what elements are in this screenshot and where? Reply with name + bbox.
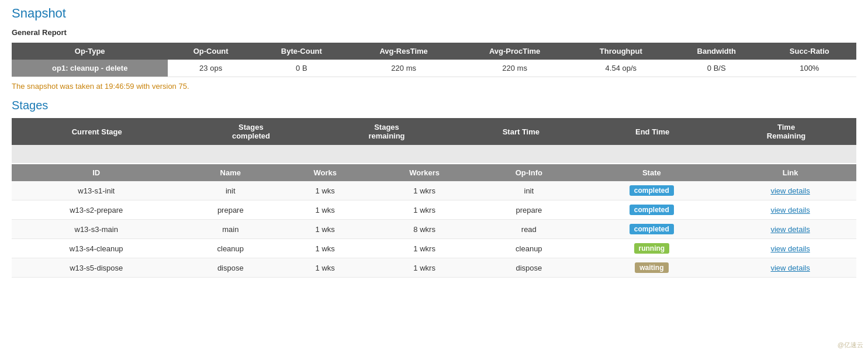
view-details-link[interactable]: view details <box>770 264 810 272</box>
cell-state: completed <box>579 220 725 239</box>
cell-name: main <box>181 220 280 239</box>
col-header-bandwidth: Bandwidth <box>670 43 763 60</box>
cell-link[interactable]: view details <box>724 181 856 200</box>
cell-workers: 1 wkrs <box>370 258 479 278</box>
cell-works: 1 wks <box>280 181 370 200</box>
cell-state: completed <box>579 200 725 220</box>
view-details-link[interactable]: view details <box>770 244 810 253</box>
cell-succratio: 100% <box>763 60 856 77</box>
view-details-link[interactable]: view details <box>770 225 810 234</box>
cell-link[interactable]: view details <box>724 200 856 220</box>
stages-top-table: Current Stage Stagescompleted Stagesrema… <box>12 118 856 163</box>
table-row: op1: cleanup - delete 23 ops 0 B 220 ms … <box>12 60 856 77</box>
cell-works: 1 wks <box>280 258 370 278</box>
state-badge: completed <box>630 185 674 196</box>
cell-opcount: 23 ops <box>168 60 253 77</box>
cell-bytecount: 0 B <box>254 60 350 77</box>
table-row: w13-s3-main main 1 wks 8 wkrs read compl… <box>12 220 856 239</box>
cell-bandwidth: 0 B/S <box>670 60 763 77</box>
col-header-avgproctime: Avg-ProcTime <box>458 43 571 60</box>
cell-link[interactable]: view details <box>724 239 856 258</box>
table-row: w13-s1-init init 1 wks 1 wkrs init compl… <box>12 181 856 200</box>
stages-detail-table: ID Name Works Workers Op-Info State Link… <box>12 164 856 278</box>
stages-heading: Stages <box>12 99 856 112</box>
cell-state: completed <box>579 181 725 200</box>
cell-id: w13-s2-prepare <box>12 200 181 220</box>
cell-name: cleanup <box>181 239 280 258</box>
cell-throughput: 4.54 op/s <box>572 60 670 77</box>
general-report-heading: General Report <box>12 28 856 37</box>
view-details-link[interactable]: view details <box>770 186 810 195</box>
stages-top-current <box>12 145 182 163</box>
detail-col-state: State <box>579 164 725 181</box>
general-report-table: Op-Type Op-Count Byte-Count Avg-ResTime … <box>12 43 856 77</box>
cell-workers: 1 wkrs <box>370 181 479 200</box>
stages-top-row <box>12 145 856 163</box>
col-header-optype: Op-Type <box>12 43 168 60</box>
detail-col-works: Works <box>280 164 370 181</box>
cell-opinfo: cleanup <box>479 239 579 258</box>
cell-id: w13-s4-cleanup <box>12 239 181 258</box>
stages-col-current: Current Stage <box>12 118 182 145</box>
state-badge: waiting <box>635 262 668 273</box>
stages-top-starttime <box>454 145 589 163</box>
detail-col-name: Name <box>181 164 280 181</box>
table-row: w13-s4-cleanup cleanup 1 wks 1 wkrs clea… <box>12 239 856 258</box>
view-details-link[interactable]: view details <box>770 206 810 214</box>
cell-state: running <box>579 239 725 258</box>
col-header-throughput: Throughput <box>572 43 670 60</box>
stages-col-timeremaining: TimeRemaining <box>716 118 856 145</box>
table-row: w13-s2-prepare prepare 1 wks 1 wkrs prep… <box>12 200 856 220</box>
state-badge: completed <box>630 224 674 234</box>
col-header-avgrestime: Avg-ResTime <box>350 43 458 60</box>
cell-avgrestime: 220 ms <box>350 60 458 77</box>
stages-col-starttime: Start Time <box>454 118 589 145</box>
cell-optype: op1: cleanup - delete <box>12 60 168 77</box>
cell-works: 1 wks <box>280 220 370 239</box>
cell-id: w13-s1-init <box>12 181 181 200</box>
cell-link[interactable]: view details <box>724 258 856 278</box>
cell-opinfo: read <box>479 220 579 239</box>
detail-col-link: Link <box>724 164 856 181</box>
col-header-opcount: Op-Count <box>168 43 253 60</box>
cell-opinfo: dispose <box>479 258 579 278</box>
cell-name: init <box>181 181 280 200</box>
cell-name: dispose <box>181 258 280 278</box>
state-badge: running <box>634 243 670 254</box>
detail-col-opinfo: Op-Info <box>479 164 579 181</box>
table-row: w13-s5-dispose dispose 1 wks 1 wkrs disp… <box>12 258 856 278</box>
cell-opinfo: prepare <box>479 200 579 220</box>
page-title: Snapshot <box>12 6 856 21</box>
stages-top-endtime <box>589 145 716 163</box>
stages-col-completed: Stagescompleted <box>182 118 320 145</box>
cell-works: 1 wks <box>280 200 370 220</box>
cell-name: prepare <box>181 200 280 220</box>
col-header-succratio: Succ-Ratio <box>763 43 856 60</box>
cell-workers: 1 wkrs <box>370 200 479 220</box>
state-badge: completed <box>630 205 674 215</box>
stages-top-completed <box>182 145 320 163</box>
cell-link[interactable]: view details <box>724 220 856 239</box>
detail-col-workers: Workers <box>370 164 479 181</box>
cell-workers: 1 wkrs <box>370 239 479 258</box>
stages-top-timeremaining <box>716 145 856 163</box>
snapshot-note: The snapshot was taken at 19:46:59 with … <box>12 82 856 91</box>
stages-col-endtime: End Time <box>589 118 716 145</box>
cell-workers: 8 wkrs <box>370 220 479 239</box>
detail-col-id: ID <box>12 164 181 181</box>
stages-col-remaining: Stagesremaining <box>320 118 453 145</box>
cell-works: 1 wks <box>280 239 370 258</box>
stages-top-remaining <box>320 145 453 163</box>
cell-avgproctime: 220 ms <box>458 60 571 77</box>
cell-opinfo: init <box>479 181 579 200</box>
col-header-bytecount: Byte-Count <box>254 43 350 60</box>
cell-id: w13-s5-dispose <box>12 258 181 278</box>
cell-id: w13-s3-main <box>12 220 181 239</box>
cell-state: waiting <box>579 258 725 278</box>
